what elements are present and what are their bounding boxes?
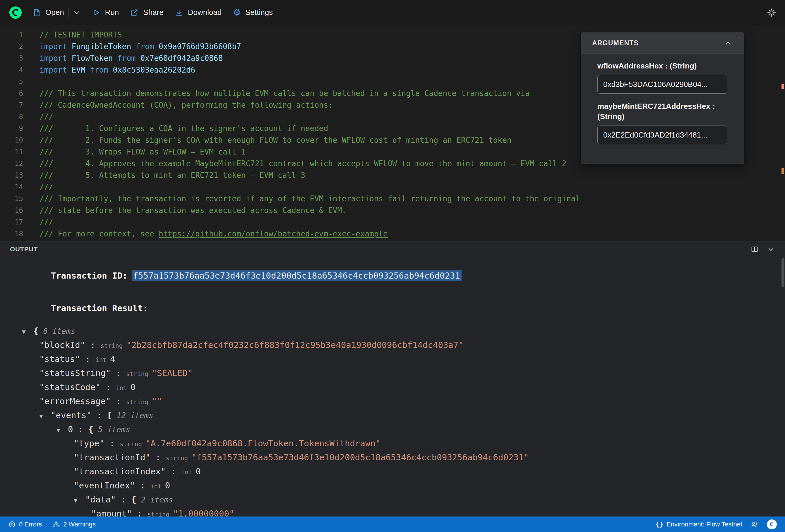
json-token-colon: : [80, 354, 95, 364]
json-token-str: "2b28cbfb87da2cfec4f0232c6f883f0f12c95b3… [126, 340, 463, 350]
line-number: 17 [0, 216, 23, 228]
expander-icon[interactable]: ▼ [22, 325, 33, 338]
json-token-typ: string [101, 343, 123, 349]
warnings-indicator[interactable]: 2 Warnings [52, 521, 95, 528]
json-token-count: 5 items [98, 425, 130, 434]
output-scrollbar-thumb[interactable] [782, 258, 784, 287]
feedback-icon[interactable] [751, 520, 759, 529]
json-token-colon: : [111, 368, 126, 378]
open-dropdown-button[interactable] [71, 6, 82, 19]
warnings-count: 2 Warnings [63, 521, 95, 528]
transaction-result-line: Transaction Result: [10, 292, 785, 325]
json-row: "transactionId" : string"f557a1573b76aa5… [10, 451, 785, 465]
split-panel-button[interactable] [751, 245, 759, 253]
split-panel-icon [751, 245, 759, 253]
chevron-down-icon [73, 8, 81, 17]
line-number: 2 [0, 41, 23, 52]
json-token-typ: string [126, 371, 148, 378]
code-line[interactable]: 15/// Importantly, the transaction is re… [0, 193, 785, 205]
json-row: "eventIndex" : int0 [10, 479, 785, 493]
collapse-output-button[interactable] [767, 245, 775, 253]
code-line[interactable]: 13/// 5. Attempts to mint an ERC721 toke… [0, 170, 785, 181]
json-token-colon: : [85, 340, 100, 350]
code-line[interactable]: 14/// [0, 181, 785, 193]
code-token: /// Importantly, the transaction is reve… [40, 194, 580, 203]
open-button[interactable]: Open [31, 5, 65, 19]
json-row: ▼"events" : [12 items [10, 409, 785, 423]
arguments-header[interactable]: ARGUMENTS [581, 33, 744, 54]
arguments-panel: ARGUMENTS wflowAddressHex : (String) may… [581, 32, 744, 164]
json-token-colon: : [132, 509, 147, 516]
environment-indicator[interactable]: {} Environment: Flow Testnet [656, 521, 742, 528]
code-line[interactable]: 16/// state before the transaction was e… [0, 205, 785, 216]
json-token-colon: : [116, 495, 131, 505]
line-number: 5 [0, 76, 23, 87]
run-label: Run [105, 8, 119, 17]
flow-logo-badge[interactable] [767, 520, 777, 529]
errors-indicator[interactable]: 0 Errors [8, 521, 42, 528]
code-token: /// 2. Funds the signer's COA with enoug… [40, 136, 511, 145]
download-button[interactable]: Download [174, 5, 223, 19]
json-row: ▼"data" : {2 items [10, 493, 785, 507]
download-icon [175, 8, 183, 17]
code-text: /// For more context, see https://github… [23, 228, 388, 240]
expander-icon[interactable]: ▼ [56, 424, 68, 437]
code-editor[interactable]: 1// TESTNET IMPORTS2import FungibleToken… [0, 25, 785, 241]
code-text: import FlowToken from 0x7e60df042a9c0868 [23, 52, 223, 64]
flow-logo[interactable] [9, 6, 22, 19]
json-row: "status" : int4 [10, 353, 785, 367]
status-bar: 0 Errors 2 Warnings {} Environment: Flow… [0, 516, 785, 532]
json-token-colon: : [92, 410, 107, 420]
argument-field: wflowAddressHex : (String) [598, 61, 728, 94]
json-row: "transactionIndex" : int0 [10, 465, 785, 479]
output-header: OUTPUT [0, 242, 785, 257]
toolbar: Open Run Share Download [0, 0, 785, 25]
argument-label-maybemint: maybeMintERC721AddressHex : (String) [598, 101, 728, 122]
line-number: 6 [0, 87, 23, 99]
argument-field: maybeMintERC721AddressHex : (String) [598, 101, 728, 144]
argument-input-maybemint[interactable] [598, 126, 727, 144]
code-token: /// For more context, see [40, 229, 159, 238]
settings-button[interactable]: ⚙ Settings [231, 5, 274, 19]
json-token-num: 0 [165, 481, 170, 490]
line-number: 10 [0, 134, 23, 146]
code-token: FlowToken [67, 54, 117, 62]
json-token-key: "data" [85, 495, 116, 505]
code-text: /// [23, 216, 53, 228]
code-token: from [117, 54, 136, 62]
argument-input-wflow[interactable] [598, 75, 727, 94]
json-token-typ: int [95, 356, 106, 363]
chevron-up-icon [724, 39, 732, 47]
json-token-count: 2 items [141, 496, 173, 504]
arguments-body: wflowAddressHex : (String) maybeMintERC7… [581, 54, 744, 163]
code-text: /// 1. Configures a COA in the signer's … [23, 123, 328, 134]
code-token: /// [40, 112, 53, 121]
code-line[interactable]: 18/// For more context, see https://gith… [0, 228, 785, 240]
code-link[interactable]: https://github.com/onflow/batched-evm-ex… [159, 229, 388, 238]
code-token: /// [40, 183, 53, 192]
expander-icon[interactable]: ▼ [74, 494, 85, 507]
json-token-key: "events" [51, 410, 92, 420]
code-line[interactable]: 17/// [0, 216, 785, 228]
json-token-typ: int [150, 483, 161, 490]
json-token-key: "transactionId" [74, 452, 150, 462]
run-button[interactable]: Run [91, 5, 120, 19]
settings-label: Settings [245, 8, 273, 17]
json-token-colon: : [104, 438, 120, 448]
json-token-num: 0 [130, 382, 135, 392]
json-token-str: "f557a1573b76aa53e73d46f3e10d200d5c18a65… [192, 452, 529, 462]
line-number: 14 [0, 181, 23, 193]
argument-label-wflow: wflowAddressHex : (String) [598, 61, 728, 71]
run-play-icon [92, 8, 101, 17]
expander-icon[interactable]: ▼ [39, 410, 51, 423]
share-button[interactable]: Share [129, 5, 164, 19]
share-icon [130, 8, 139, 17]
output-title: OUTPUT [10, 246, 38, 253]
json-token-typ: string [120, 441, 142, 448]
theme-toggle-button[interactable] [767, 8, 776, 17]
overview-ruler-mark [782, 84, 784, 88]
errors-count: 0 Errors [19, 521, 42, 528]
open-file-icon [32, 8, 41, 17]
json-row: "amount" : string"1.00000000" [10, 507, 785, 516]
output-panel: OUTPUT Transaction ID:f557a1573b76aa53e7… [0, 241, 785, 516]
